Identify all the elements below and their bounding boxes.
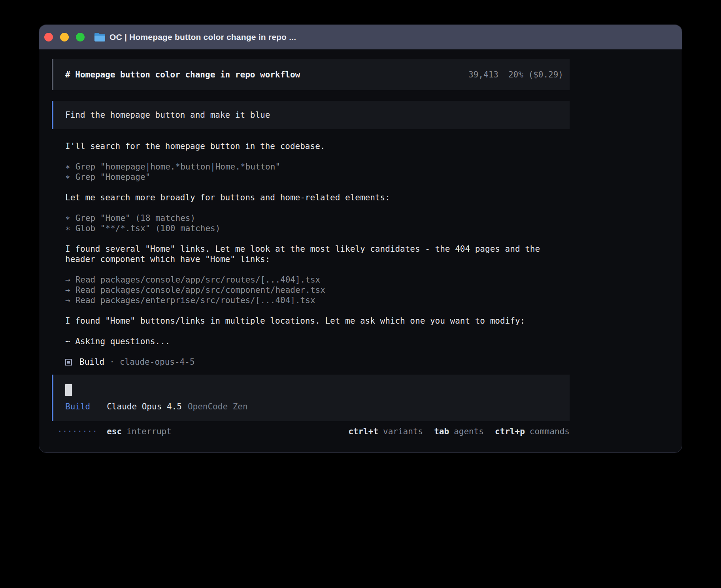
tool-asterisk-icon: ∗ xyxy=(65,172,70,182)
user-message: Find the homepage button and make it blu… xyxy=(52,101,570,129)
status-bar: ········ esc interrupt ctrl+t variants t… xyxy=(52,426,570,437)
shortcut-key: ctrl+t xyxy=(348,426,378,437)
window-controls xyxy=(44,33,85,41)
read-call-group: →Read packages/console/app/src/routes/[.… xyxy=(65,275,570,305)
content-column: # Homepage button color change in repo w… xyxy=(52,59,570,437)
tool-asterisk-icon: ∗ xyxy=(65,213,70,223)
model-label[interactable]: Claude Opus 4.5 xyxy=(107,401,182,412)
zoom-button[interactable] xyxy=(76,33,85,41)
user-message-text: Find the homepage button and make it blu… xyxy=(65,110,270,120)
tool-call-group: ∗Grep "Home" (18 matches) ∗Glob "**/*.ts… xyxy=(65,213,570,234)
status-bar-right: ctrl+t variants tab agents ctrl+p comman… xyxy=(348,426,570,437)
minimize-button[interactable] xyxy=(60,33,69,41)
build-square-icon xyxy=(65,359,72,366)
assistant-text: I found several "Home" links. Let me loo… xyxy=(65,244,570,264)
shortcut-key: esc xyxy=(107,426,122,437)
read-arrow-icon: → xyxy=(65,285,70,295)
text-cursor xyxy=(65,384,72,396)
read-arrow-icon: → xyxy=(65,275,70,285)
agent-separator: · xyxy=(109,357,115,367)
shortcut-key: ctrl+p xyxy=(495,426,525,437)
folder-icon xyxy=(94,33,105,41)
shortcut-variants: ctrl+t variants xyxy=(348,426,423,437)
shortcut-agents: tab agents xyxy=(434,426,484,437)
read-call: →Read packages/console/app/src/routes/[.… xyxy=(65,275,570,285)
assistant-text: I found "Home" buttons/links in multiple… xyxy=(65,316,570,326)
tool-call-group: ∗Grep "homepage|home.*button|Home.*butto… xyxy=(65,162,570,182)
shortcut-label: interrupt xyxy=(126,426,172,437)
session-header: # Homepage button color change in repo w… xyxy=(52,59,570,90)
provider-label: OpenCode Zen xyxy=(188,401,248,412)
close-button[interactable] xyxy=(44,33,53,41)
terminal-content: # Homepage button color change in repo w… xyxy=(39,49,682,437)
token-count: 39,413 xyxy=(468,70,498,80)
input-mode-line: Build Claude Opus 4.5 OpenCode Zen xyxy=(65,401,558,412)
tool-call: ∗Grep "Home" (18 matches) xyxy=(65,213,570,223)
tool-call: ∗Grep "Homepage" xyxy=(65,172,570,182)
tool-call: ∗Grep "homepage|home.*button|Home.*butto… xyxy=(65,162,570,172)
shortcut-interrupt: esc interrupt xyxy=(107,426,172,437)
shortcut-label: commands xyxy=(530,426,570,437)
terminal-window: OC | Homepage button color change in rep… xyxy=(39,25,682,452)
session-title: # Homepage button color change in repo w… xyxy=(65,70,300,80)
window-title: OC | Homepage button color change in rep… xyxy=(109,32,296,42)
agent-model: claude-opus-4-5 xyxy=(120,357,195,367)
shortcut-commands: ctrl+p commands xyxy=(495,426,570,437)
tool-asterisk-icon: ∗ xyxy=(65,162,70,172)
tool-call: ∗Glob "**/*.tsx" (100 matches) xyxy=(65,223,570,234)
context-percent-cost: 20% ($0.29) xyxy=(508,70,563,80)
assistant-text: Let me search more broadly for buttons a… xyxy=(65,192,570,203)
shortcut-label: agents xyxy=(454,426,484,437)
working-status-line: ~ Asking questions... xyxy=(65,336,570,347)
read-call: →Read packages/enterprise/src/routes/[..… xyxy=(65,295,570,305)
agent-mode-label[interactable]: Build xyxy=(65,401,90,412)
assistant-transcript: I'll search for the homepage button in t… xyxy=(52,141,570,367)
titlebar[interactable]: OC | Homepage button color change in rep… xyxy=(39,25,682,49)
read-arrow-icon: → xyxy=(65,295,70,305)
shortcut-label: variants xyxy=(383,426,423,437)
agent-status-line: Build · claude-opus-4-5 xyxy=(65,357,570,367)
tool-asterisk-icon: ∗ xyxy=(65,223,70,234)
read-call: →Read packages/console/app/src/component… xyxy=(65,285,570,295)
assistant-text: I'll search for the homepage button in t… xyxy=(65,141,570,151)
prompt-input[interactable]: Build Claude Opus 4.5 OpenCode Zen xyxy=(52,375,570,421)
session-stats: 39,413 20% ($0.29) xyxy=(468,70,563,80)
shortcut-key: tab xyxy=(434,426,449,437)
status-bar-left: ········ esc interrupt xyxy=(57,426,172,437)
spinner-dots-icon: ········ xyxy=(57,426,97,437)
agent-name: Build xyxy=(79,357,104,367)
